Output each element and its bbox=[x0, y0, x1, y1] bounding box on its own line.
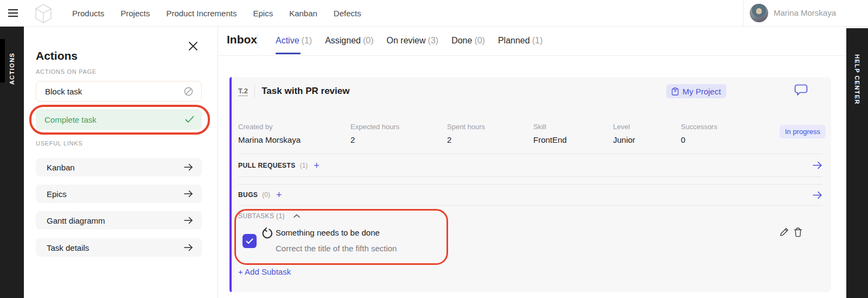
status-badge: In progress bbox=[780, 125, 826, 138]
tab-done[interactable]: Done (0) bbox=[451, 26, 485, 55]
block-icon bbox=[183, 86, 194, 97]
complete-task-label: Complete task bbox=[44, 115, 97, 124]
link-task-details-label: Task details bbox=[47, 243, 89, 252]
field-value: 0 bbox=[681, 135, 717, 144]
pull-requests-arrow-icon[interactable] bbox=[813, 161, 822, 169]
subtask-actions bbox=[780, 227, 802, 237]
subtask-title: Something needs to be done bbox=[276, 228, 380, 237]
tab-active-count: (1) bbox=[302, 36, 312, 46]
actions-rail-label: ACTIONS bbox=[0, 38, 24, 99]
link-epics[interactable]: Epics bbox=[36, 185, 202, 203]
pull-requests-label: PULL REQUESTS bbox=[238, 162, 296, 169]
field-value: Junior bbox=[613, 135, 635, 144]
subtask-checkbox-checked[interactable] bbox=[242, 234, 257, 248]
arrow-right-icon bbox=[184, 217, 193, 224]
bugs-arrow-icon[interactable] bbox=[813, 191, 822, 199]
field-expected-hours: Expected hours 2 bbox=[350, 123, 399, 144]
field-label: Skill bbox=[533, 123, 567, 131]
add-subtask-link[interactable]: + Add Subtask bbox=[238, 267, 291, 276]
block-task-label: Block task bbox=[45, 87, 82, 96]
clipboard-icon bbox=[672, 87, 679, 96]
header-divider bbox=[257, 33, 258, 49]
task-id-link[interactable]: T.2 bbox=[238, 87, 248, 96]
comment-icon[interactable] bbox=[794, 83, 808, 97]
edit-pencil-icon[interactable] bbox=[780, 227, 789, 237]
subtasks-label: SUBTASKS (1) bbox=[238, 212, 285, 220]
field-level: Level Junior bbox=[613, 123, 635, 144]
topbar-divider bbox=[743, 0, 744, 26]
tab-assigned-label: Assigned bbox=[325, 36, 361, 46]
nav-item-defects[interactable]: Defects bbox=[334, 9, 361, 18]
field-value: 2 bbox=[350, 135, 399, 144]
refresh-icon bbox=[261, 227, 273, 239]
nav-item-products[interactable]: Products bbox=[72, 9, 104, 18]
actions-panel: Actions ACTIONS ON PAGE Block task Compl… bbox=[24, 26, 218, 298]
pull-requests-count: (1) bbox=[300, 162, 308, 169]
nav-item-product-increments[interactable]: Product Increments bbox=[166, 9, 237, 18]
complete-task-button[interactable]: Complete task bbox=[36, 109, 202, 130]
actions-rail[interactable]: ACTIONS bbox=[0, 26, 24, 298]
trash-icon[interactable] bbox=[794, 227, 802, 237]
nav-item-epics[interactable]: Epics bbox=[253, 9, 273, 18]
tab-assigned-count: (0) bbox=[363, 36, 374, 46]
field-label: Expected hours bbox=[350, 123, 399, 131]
field-label: Created by bbox=[238, 123, 301, 131]
block-task-button[interactable]: Block task bbox=[36, 81, 202, 102]
arrow-right-icon bbox=[184, 163, 193, 171]
field-successors: Successors 0 bbox=[681, 123, 717, 144]
link-gantt-label: Gantt diagramm bbox=[47, 216, 105, 225]
tab-planned-count: (1) bbox=[532, 36, 543, 46]
field-created-by: Created by Marina Morskaya bbox=[238, 123, 301, 144]
field-skill: Skill FrontEnd bbox=[533, 123, 567, 144]
field-label: Successors bbox=[681, 123, 717, 131]
help-center-rail[interactable]: HELP CENTER bbox=[846, 28, 868, 298]
task-accent-bar bbox=[229, 77, 232, 292]
tab-done-count: (0) bbox=[474, 36, 485, 46]
task-card-header: T.2 Task with PR review bbox=[238, 85, 349, 98]
field-value: 2 bbox=[447, 135, 485, 144]
tab-assigned[interactable]: Assigned (0) bbox=[325, 26, 373, 55]
field-label: Spent hours bbox=[447, 123, 485, 131]
top-navigation: Products Projects Product Increments Epi… bbox=[72, 0, 361, 26]
close-icon[interactable] bbox=[188, 41, 198, 51]
subtask-subtitle: Correct the title of the fifth section bbox=[276, 244, 397, 253]
link-task-details[interactable]: Task details bbox=[36, 238, 202, 257]
nav-item-kanban[interactable]: Kanban bbox=[289, 9, 317, 18]
help-center-rail-label: HELP CENTER bbox=[846, 41, 868, 117]
bugs-label: BUGS bbox=[238, 191, 258, 199]
bugs-count: (0) bbox=[262, 191, 270, 199]
tab-planned[interactable]: Planned (1) bbox=[498, 26, 542, 55]
actions-on-page-label: ACTIONS ON PAGE bbox=[36, 68, 97, 75]
tab-on-review-count: (3) bbox=[428, 36, 439, 46]
project-badge-label: My Project bbox=[682, 87, 721, 96]
inbox-header: Inbox Active (1) Assigned (0) On review … bbox=[218, 26, 846, 56]
tab-on-review-label: On review bbox=[387, 36, 426, 46]
hamburger-menu-icon[interactable] bbox=[8, 9, 18, 17]
bugs-row: BUGS (0) + bbox=[238, 184, 822, 206]
task-card: T.2 Task with PR review My Project bbox=[229, 77, 831, 292]
tab-active-label: Active bbox=[276, 36, 299, 46]
inbox-tabs: Active (1) Assigned (0) On review (3) Do… bbox=[276, 26, 542, 55]
arrow-right-icon bbox=[184, 190, 193, 198]
page-title: Inbox bbox=[227, 33, 257, 46]
add-bug-button[interactable]: + bbox=[276, 190, 282, 200]
arrow-right-icon bbox=[184, 244, 193, 251]
task-header-divider bbox=[254, 85, 255, 98]
user-avatar[interactable] bbox=[750, 4, 768, 22]
tab-on-review[interactable]: On review (3) bbox=[387, 26, 439, 55]
add-pull-request-button[interactable]: + bbox=[314, 161, 320, 170]
field-value: Marina Morskaya bbox=[238, 135, 301, 144]
chevron-up-icon[interactable] bbox=[293, 214, 300, 218]
app-logo-cube-icon[interactable] bbox=[33, 2, 54, 24]
user-name: Marina Morskaya bbox=[774, 8, 836, 17]
app-screen: Products Projects Product Increments Epi… bbox=[0, 0, 868, 298]
nav-item-projects[interactable]: Projects bbox=[120, 9, 150, 18]
project-badge[interactable]: My Project bbox=[666, 84, 726, 98]
link-gantt-diagramm[interactable]: Gantt diagramm bbox=[36, 211, 202, 230]
check-icon bbox=[185, 116, 194, 123]
task-title: Task with PR review bbox=[261, 86, 349, 97]
link-kanban[interactable]: Kanban bbox=[36, 158, 202, 176]
field-spent-hours: Spent hours 2 bbox=[447, 123, 485, 144]
main-content: Inbox Active (1) Assigned (0) On review … bbox=[218, 26, 846, 298]
tab-active[interactable]: Active (1) bbox=[276, 26, 312, 55]
